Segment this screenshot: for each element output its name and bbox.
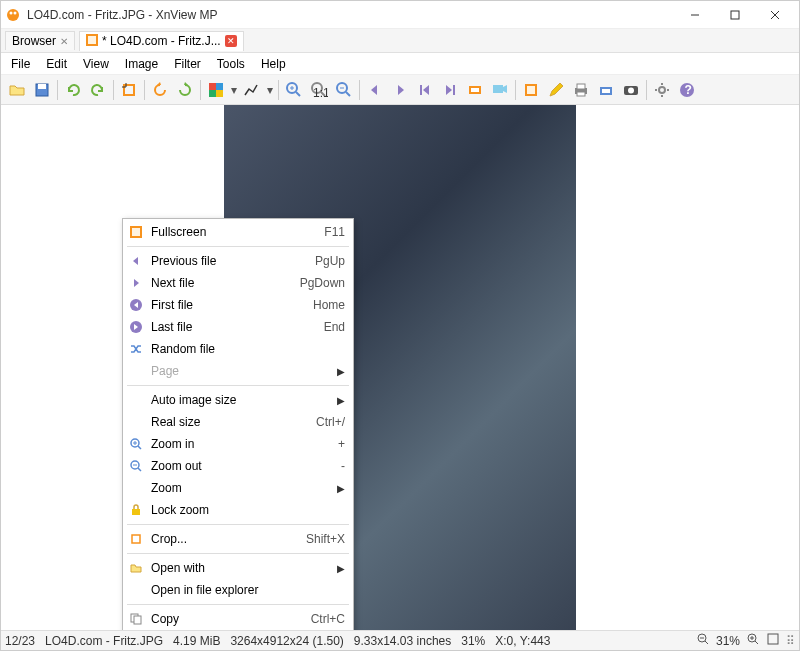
fit-icon[interactable] [766, 632, 780, 649]
zoom-in-button[interactable] [282, 78, 306, 102]
ctx-shortcut: Home [313, 298, 345, 312]
menu-tools[interactable]: Tools [209, 55, 253, 73]
zoom-actual-button[interactable]: 1:1 [307, 78, 331, 102]
tab-label: * LO4D.com - Fritz.J... [102, 34, 221, 48]
ctx-label: Previous file [151, 254, 315, 268]
save-button[interactable] [30, 78, 54, 102]
close-icon[interactable]: ✕ [60, 36, 68, 47]
separator [127, 246, 349, 247]
ctx-last-file[interactable]: Last fileEnd [123, 316, 353, 338]
settings-button[interactable] [650, 78, 674, 102]
zoom-in-icon[interactable] [746, 632, 760, 649]
next-button[interactable] [388, 78, 412, 102]
toolbar: ▾ ▾ 1:1 ? [1, 75, 799, 105]
zoom-out-button[interactable] [332, 78, 356, 102]
arrow-left-icon [127, 252, 145, 270]
help-button[interactable]: ? [675, 78, 699, 102]
ctx-real-size[interactable]: Real sizeCtrl+/ [123, 411, 353, 433]
ctx-open-in-file-explorer[interactable]: Open in file explorer [123, 579, 353, 601]
print-button[interactable] [569, 78, 593, 102]
ctx-copy[interactable]: CopyCtrl+C [123, 608, 353, 630]
fullscreen-button[interactable] [519, 78, 543, 102]
app-icon [5, 7, 21, 23]
arrow-right-icon [127, 274, 145, 292]
ctx-label: First file [151, 298, 313, 312]
close-icon[interactable]: ✕ [225, 35, 237, 47]
ctx-zoom-out[interactable]: Zoom out- [123, 455, 353, 477]
rotate-left-button[interactable] [148, 78, 172, 102]
svg-text:1:1: 1:1 [313, 86, 328, 99]
ctx-random-file[interactable]: Random file [123, 338, 353, 360]
tab-label: Browser [12, 34, 56, 48]
last-button[interactable] [438, 78, 462, 102]
separator [127, 385, 349, 386]
menu-view[interactable]: View [75, 55, 117, 73]
ctx-previous-file[interactable]: Previous filePgUp [123, 250, 353, 272]
color-tool-button[interactable] [204, 78, 228, 102]
svg-rect-50 [132, 228, 140, 236]
chevron-right-icon: ▶ [337, 366, 345, 377]
zoom-in-icon [127, 435, 145, 453]
maximize-button[interactable] [715, 2, 755, 28]
undo-button[interactable] [61, 78, 85, 102]
rotate-right-button[interactable] [173, 78, 197, 102]
dropdown-icon[interactable]: ▾ [229, 83, 239, 97]
capture-button[interactable] [619, 78, 643, 102]
watermark: LO4D.com [653, 577, 791, 608]
ctx-zoom[interactable]: Zoom▶ [123, 477, 353, 499]
close-button[interactable] [755, 2, 795, 28]
ctx-zoom-in[interactable]: Zoom in+ [123, 433, 353, 455]
draw-button[interactable] [544, 78, 568, 102]
lock-icon [127, 501, 145, 519]
ctx-shortcut: Ctrl+C [311, 612, 345, 626]
ctx-crop[interactable]: Crop...Shift+X [123, 528, 353, 550]
ctx-first-file[interactable]: First fileHome [123, 294, 353, 316]
ctx-fullscreen[interactable]: FullscreenF11 [123, 221, 353, 243]
menubar: File Edit View Image Filter Tools Help [1, 53, 799, 75]
svg-rect-39 [602, 89, 610, 93]
chevron-right-icon: ▶ [337, 563, 345, 574]
ctx-lock-zoom[interactable]: Lock zoom [123, 499, 353, 521]
ctx-open-with[interactable]: Open with▶ [123, 557, 353, 579]
status-filename: LO4D.com - Fritz.JPG [45, 634, 163, 648]
svg-line-19 [296, 92, 300, 96]
ctx-label: Last file [151, 320, 324, 334]
minimize-button[interactable] [675, 2, 715, 28]
svg-rect-10 [38, 84, 46, 89]
menu-file[interactable]: File [3, 55, 38, 73]
svg-rect-63 [134, 616, 141, 624]
menu-edit[interactable]: Edit [38, 55, 75, 73]
ctx-label: Random file [151, 342, 345, 356]
svg-line-71 [705, 641, 708, 644]
ctx-next-file[interactable]: Next filePgDown [123, 272, 353, 294]
ctx-label: Crop... [151, 532, 306, 546]
ctx-label: Next file [151, 276, 300, 290]
redo-button[interactable] [86, 78, 110, 102]
menu-image[interactable]: Image [117, 55, 166, 73]
image-viewport[interactable]: FullscreenF11Previous filePgUpNext fileP… [1, 105, 799, 630]
zoom-out-icon[interactable] [696, 632, 710, 649]
dropdown-icon[interactable]: ▾ [265, 83, 275, 97]
svg-point-2 [14, 11, 17, 14]
menu-help[interactable]: Help [253, 55, 294, 73]
first-button[interactable] [413, 78, 437, 102]
statusbar: 12/23 LO4D.com - Fritz.JPG 4.19 MiB 3264… [1, 630, 799, 650]
blank-icon [127, 413, 145, 431]
separator [127, 604, 349, 605]
ctx-auto-image-size[interactable]: Auto image size▶ [123, 389, 353, 411]
crop-icon [127, 530, 145, 548]
levels-button[interactable] [240, 78, 264, 102]
prev-button[interactable] [363, 78, 387, 102]
ctx-label: Zoom in [151, 437, 338, 451]
open-button[interactable] [5, 78, 29, 102]
tab-browser[interactable]: Browser ✕ [5, 31, 75, 50]
scan-button[interactable] [594, 78, 618, 102]
last-icon [127, 318, 145, 336]
ctx-label: Auto image size [151, 393, 331, 407]
slideshow-button[interactable] [488, 78, 512, 102]
menu-filter[interactable]: Filter [166, 55, 209, 73]
quickslide-button[interactable] [463, 78, 487, 102]
tab-image[interactable]: * LO4D.com - Fritz.J... ✕ [79, 31, 244, 51]
grip-icon: ⠿ [786, 634, 795, 648]
crop-tool-button[interactable] [117, 78, 141, 102]
